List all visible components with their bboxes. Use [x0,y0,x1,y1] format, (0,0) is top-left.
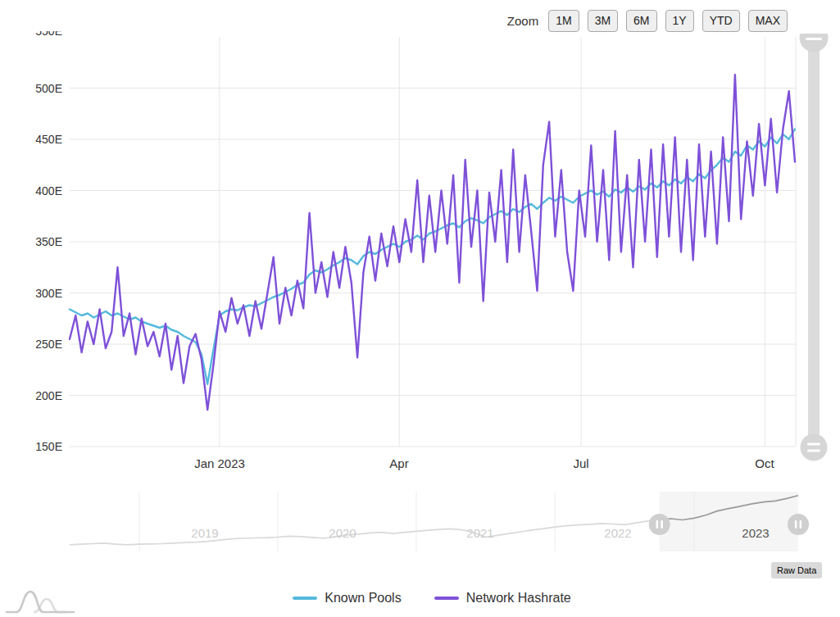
legend-label: Network Hashrate [466,591,571,606]
legend-item-network-hashrate[interactable]: Network Hashrate [434,591,571,606]
scrollbar-track[interactable] [808,38,820,460]
range-selector: Zoom 1M 3M 6M 1Y YTD MAX [507,10,788,32]
legend: Known Pools Network Hashrate [22,591,840,606]
zoom-button-3m[interactable]: 3M [588,10,618,32]
scrollbar-bottom-grip-icon [807,443,820,446]
zoom-label: Zoom [507,14,538,28]
legend-item-known-pools[interactable]: Known Pools [293,591,401,606]
legend-label: Known Pools [325,591,401,606]
navigator-handle-grip-icon [795,520,797,529]
navigator-series-dim [70,519,660,545]
navigator-handle-grip-icon [656,520,659,529]
raw-data-button[interactable]: Raw Data [771,562,822,578]
zoom-button-6m[interactable]: 6M [626,10,656,32]
zoom-button-max[interactable]: MAX [748,10,788,32]
network-hashrate-line [70,75,795,410]
scrollbar-top-grip-icon [806,38,822,40]
navigator-handle-grip-icon [800,520,802,529]
zoom-button-ytd[interactable]: YTD [702,10,740,32]
zoom-button-1y[interactable]: 1Y [665,10,694,32]
network-hashrate-swatch-icon [434,597,459,600]
zoom-button-1m[interactable]: 1M [548,10,579,32]
scrollbar-bottom-grip-icon [807,450,820,452]
scrollbar-bottom-handle[interactable] [801,434,828,461]
navigator-handle-grip-icon [661,520,663,529]
navigator-handle[interactable] [649,514,670,535]
navigator-handle[interactable] [788,514,809,535]
scrollbar-top-clip [797,0,840,34]
known-pools-swatch-icon [293,597,317,600]
chart-canvas [0,0,840,617]
